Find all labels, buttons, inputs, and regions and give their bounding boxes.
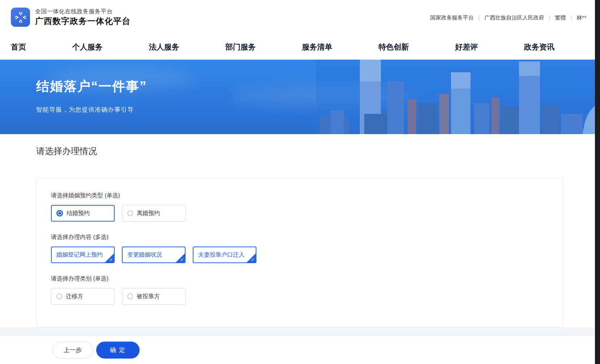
- group-label: 请选择办理类别 (单选): [51, 275, 549, 283]
- nav-item-5[interactable]: 特色创新: [379, 42, 409, 52]
- form-group-1: 请选择办理内容 (多选)婚姻登记网上预约✓变更婚姻状况✓夫妻投靠户口迁入✓: [51, 234, 549, 263]
- svg-text:♥: ♥: [23, 16, 26, 18]
- footer-bar: 上一步 确 定: [0, 336, 595, 364]
- radio-option[interactable]: 离婚预约: [122, 205, 186, 222]
- nav-item-4[interactable]: 服务清单: [302, 42, 332, 52]
- options-row: 结婚预约离婚预约: [51, 205, 549, 222]
- radio-option[interactable]: 被投靠方: [122, 288, 186, 305]
- radio-unselected-icon: [56, 294, 62, 299]
- option-label: 夫妻投靠户口迁入: [198, 251, 244, 259]
- link-separator: |: [566, 14, 576, 21]
- nav-item-2[interactable]: 法人服务: [149, 42, 179, 52]
- form-group-2: 请选择办理类别 (单选)迁移方被投靠方: [51, 275, 549, 305]
- platform-small-title: 全国一体化在线政务服务平台: [35, 8, 131, 15]
- group-label: 请选择婚姻预约类型 (单选): [51, 192, 549, 200]
- nav-item-3[interactable]: 部门服务: [225, 42, 256, 52]
- platform-name: 广西数字政务一体化平台: [35, 16, 131, 26]
- screen-edge-strip: [595, 0, 600, 364]
- top-link-2[interactable]: 繁體: [555, 14, 566, 21]
- main-nav: 首页个人服务法人服务部门服务服务清单特色创新好差评政务资讯: [0, 34, 595, 60]
- header: ♥ ♥ ♥ ♥ ♥ ♥ ♥ ♥ 全国一体化在线政务服务平台 广西数字政务一体化平…: [0, 0, 595, 34]
- confirm-button[interactable]: 确 定: [96, 342, 140, 359]
- top-link-0[interactable]: 国家政务服务平台: [430, 14, 474, 21]
- radio-unselected-icon: [127, 294, 133, 299]
- section-heading: 请选择办理情况: [36, 145, 97, 157]
- check-icon: ✓: [109, 257, 113, 262]
- group-label: 请选择办理内容 (多选): [51, 234, 549, 241]
- options-row: 婚姻登记网上预约✓变更婚姻状况✓夫妻投靠户口迁入✓: [51, 247, 549, 263]
- svg-text:♥: ♥: [15, 16, 18, 18]
- check-icon: ✓: [180, 257, 184, 262]
- options-row: 迁移方被投靠方: [51, 288, 549, 305]
- banner: 结婚落户“一件事” 智能导服，为您提供准确办事引导: [0, 60, 595, 134]
- check-icon: ✓: [251, 257, 255, 262]
- svg-text:♥: ♥: [20, 20, 21, 23]
- option-label: 婚姻登记网上预约: [56, 251, 103, 259]
- top-link-1[interactable]: 广西壮族自治区人民政府: [485, 14, 544, 21]
- radio-unselected-icon: [127, 210, 133, 216]
- option-label: 迁移方: [66, 293, 83, 300]
- form-group-0: 请选择婚姻预约类型 (单选)结婚预约离婚预约: [51, 192, 549, 222]
- link-separator: |: [474, 14, 485, 21]
- selection-card: 请选择婚姻预约类型 (单选)结婚预约离婚预约请选择办理内容 (多选)婚姻登记网上…: [36, 178, 563, 327]
- banner-title: 结婚落户“一件事”: [36, 78, 147, 95]
- radio-option[interactable]: 结婚预约: [51, 205, 115, 222]
- top-links: 国家政务服务平台|广西壮族自治区人民政府|繁體|林**: [430, 14, 586, 21]
- option-label: 变更婚姻状况: [127, 251, 162, 259]
- brand[interactable]: ♥ ♥ ♥ ♥ ♥ ♥ ♥ ♥ 全国一体化在线政务服务平台 广西数字政务一体化平…: [11, 8, 131, 27]
- checkbox-option[interactable]: 变更婚姻状况✓: [122, 247, 186, 263]
- platform-logo-icon: ♥ ♥ ♥ ♥ ♥ ♥ ♥ ♥: [11, 8, 30, 27]
- option-label: 离婚预约: [137, 210, 160, 217]
- radio-option[interactable]: 迁移方: [51, 288, 115, 305]
- previous-step-button[interactable]: 上一步: [52, 342, 93, 359]
- nav-item-7[interactable]: 政务资讯: [524, 42, 554, 52]
- banner-text: 结婚落户“一件事” 智能导服，为您提供准确办事引导: [36, 78, 147, 114]
- nav-item-1[interactable]: 个人服务: [72, 42, 103, 52]
- page: ♥ ♥ ♥ ♥ ♥ ♥ ♥ ♥ 全国一体化在线政务服务平台 广西数字政务一体化平…: [0, 0, 600, 364]
- nav-item-0[interactable]: 首页: [11, 42, 26, 52]
- radio-selected-icon: [56, 210, 63, 217]
- section-divider: [0, 327, 595, 336]
- user-name-link[interactable]: 林**: [576, 14, 586, 21]
- brand-text: 全国一体化在线政务服务平台 广西数字政务一体化平台: [35, 8, 131, 26]
- svg-text:♥: ♥: [20, 12, 21, 15]
- checkbox-option[interactable]: 夫妻投靠户口迁入✓: [193, 247, 256, 263]
- nav-item-6[interactable]: 好差评: [455, 42, 478, 52]
- checkbox-option[interactable]: 婚姻登记网上预约✓: [51, 247, 115, 263]
- option-label: 被投靠方: [137, 293, 160, 300]
- city-skyline-image: [316, 60, 595, 134]
- link-separator: |: [544, 14, 555, 21]
- banner-subtitle: 智能导服，为您提供准确办事引导: [36, 106, 147, 114]
- option-label: 结婚预约: [67, 210, 90, 217]
